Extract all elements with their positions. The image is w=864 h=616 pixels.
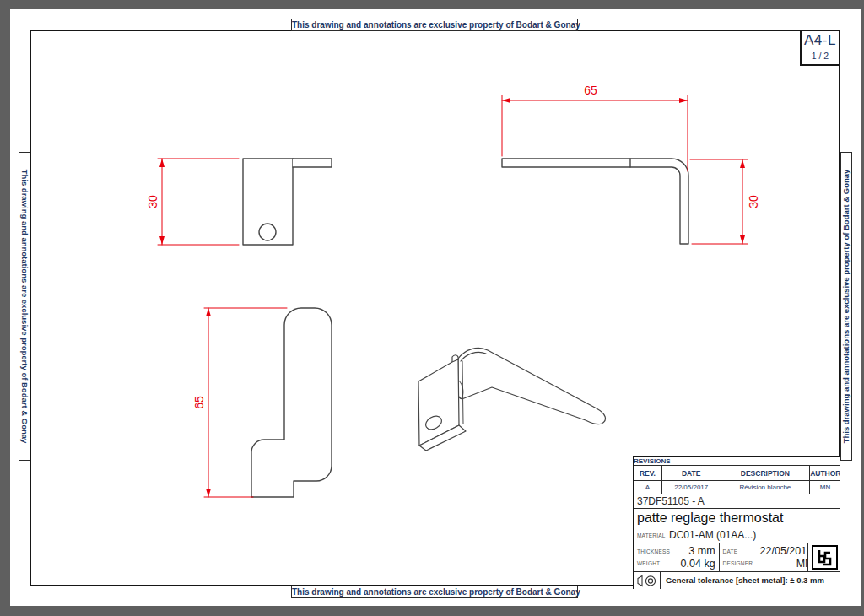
isometric-view <box>418 348 606 451</box>
side-view <box>502 159 688 244</box>
weight-label: WEIGHT <box>637 560 676 566</box>
revision-rev: A <box>634 481 662 494</box>
general-tolerance: General tolerance [sheet metal]: ± 0.3 m… <box>661 572 840 589</box>
thickness-value: 3 mm <box>676 545 716 557</box>
front-height-dimension: 30 <box>146 159 239 245</box>
col-date: DATE <box>662 466 721 480</box>
revisions-header: REVISIONS <box>634 457 840 466</box>
designer-label: DESIGNER <box>723 560 760 566</box>
date-label: DATE <box>723 548 760 554</box>
side-height-dimension: 30 <box>690 159 760 244</box>
revision-description: Révision blanche <box>721 481 811 494</box>
col-author: AUTHOR <box>810 466 840 480</box>
projection-symbol-cell <box>634 572 661 589</box>
drawing-page: This drawing and annotations are exclusi… <box>0 0 864 616</box>
svg-text:65: 65 <box>584 84 597 97</box>
material-value: DC01-AM (01AA...) <box>669 529 756 541</box>
material-label: MATERIAL <box>634 532 669 538</box>
svg-text:30: 30 <box>146 195 159 208</box>
thickness-weight-cell: THICKNESS 3 mm WEIGHT 0.04 kg <box>634 543 720 571</box>
part-title: patte reglage thermostat <box>634 509 840 527</box>
revisions-column-headers: REV. DATE DESCRIPTION AUTHOR <box>634 466 840 481</box>
col-rev: REV. <box>634 466 662 480</box>
revision-row: A 22/05/2017 Révision blanche MN <box>634 481 840 494</box>
date-value: 22/05/2017 <box>760 545 809 557</box>
top-view <box>251 308 332 497</box>
col-description: DESCRIPTION <box>721 466 811 480</box>
date-designer-cell: DATE 22/05/2017 DESIGNER MN <box>720 543 809 571</box>
svg-text:65: 65 <box>192 396 206 409</box>
bg-logo-icon <box>814 548 834 567</box>
revision-author: MN <box>810 481 840 494</box>
front-view <box>243 159 332 245</box>
bg-logo <box>812 545 838 570</box>
revision-date: 22/05/2017 <box>662 481 721 494</box>
title-block: REVISIONS REV. DATE DESCRIPTION AUTHOR A… <box>633 456 840 589</box>
first-angle-projection-icon <box>635 575 659 587</box>
company-logo-cell <box>808 543 840 571</box>
designer-value: MN <box>760 558 809 570</box>
thickness-label: THICKNESS <box>637 548 676 554</box>
svg-text:30: 30 <box>747 195 760 208</box>
weight-value: 0.04 kg <box>676 558 716 570</box>
part-number: 37DF51105 - A <box>634 494 737 508</box>
